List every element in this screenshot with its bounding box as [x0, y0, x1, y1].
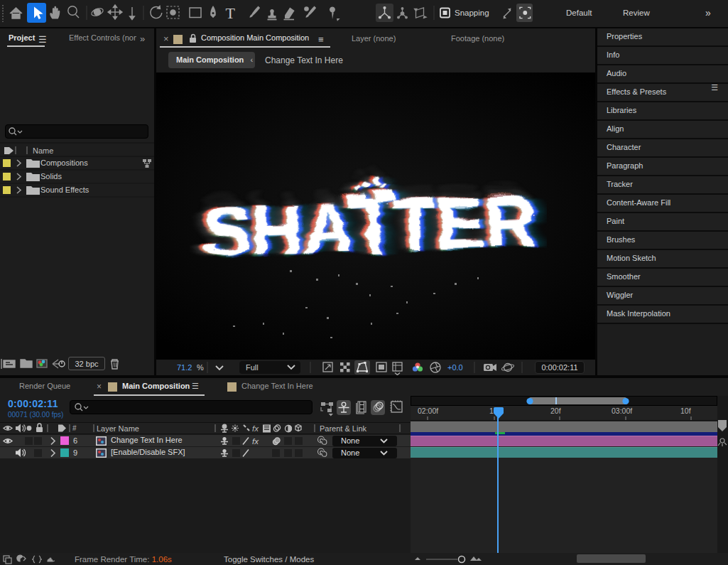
svg-text:Default: Default: [566, 9, 592, 17]
svg-text:Snapping: Snapping: [455, 9, 489, 17]
svg-text:T: T: [226, 4, 236, 22]
svg-text:Review: Review: [623, 9, 650, 17]
svg-text:fx: fx: [252, 437, 259, 446]
svg-text:fx: fx: [252, 424, 259, 433]
svg-text:»: »: [705, 7, 711, 18]
